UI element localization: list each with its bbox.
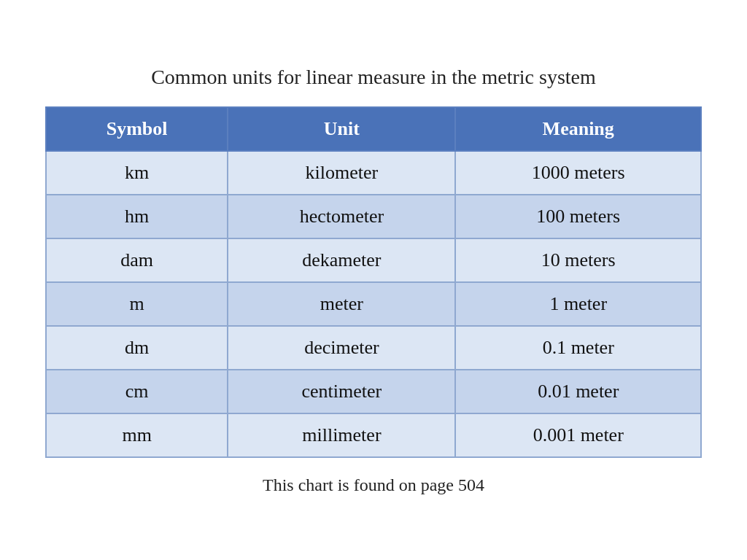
footnote: This chart is found on page 504 <box>263 475 484 495</box>
table-row: mmmillimeter0.001 meter <box>46 413 701 457</box>
cell-symbol: hm <box>46 195 228 238</box>
header-unit: Unit <box>228 107 455 151</box>
table-row: damdekameter10 meters <box>46 238 701 282</box>
cell-unit: dekameter <box>228 238 455 282</box>
table-row: hmhectometer100 meters <box>46 195 701 238</box>
cell-unit: kilometer <box>228 151 455 195</box>
table-row: mmeter1 meter <box>46 282 701 326</box>
table-row: cmcentimeter0.01 meter <box>46 370 701 413</box>
cell-meaning: 0.01 meter <box>455 370 701 413</box>
table-row: dmdecimeter0.1 meter <box>46 326 701 370</box>
cell-meaning: 1 meter <box>455 282 701 326</box>
cell-unit: decimeter <box>228 326 455 370</box>
cell-unit: meter <box>228 282 455 326</box>
cell-meaning: 0.001 meter <box>455 413 701 457</box>
page-title: Common units for linear measure in the m… <box>151 66 596 89</box>
cell-symbol: dam <box>46 238 228 282</box>
cell-unit: hectometer <box>228 195 455 238</box>
metric-table: Symbol Unit Meaning kmkilometer1000 mete… <box>45 106 702 458</box>
cell-unit: centimeter <box>228 370 455 413</box>
cell-meaning: 1000 meters <box>455 151 701 195</box>
cell-unit: millimeter <box>228 413 455 457</box>
cell-meaning: 0.1 meter <box>455 326 701 370</box>
header-symbol: Symbol <box>46 107 228 151</box>
table-header-row: Symbol Unit Meaning <box>46 107 701 151</box>
table-row: kmkilometer1000 meters <box>46 151 701 195</box>
cell-symbol: dm <box>46 326 228 370</box>
cell-symbol: cm <box>46 370 228 413</box>
cell-meaning: 10 meters <box>455 238 701 282</box>
cell-symbol: km <box>46 151 228 195</box>
cell-meaning: 100 meters <box>455 195 701 238</box>
cell-symbol: m <box>46 282 228 326</box>
header-meaning: Meaning <box>455 107 701 151</box>
cell-symbol: mm <box>46 413 228 457</box>
